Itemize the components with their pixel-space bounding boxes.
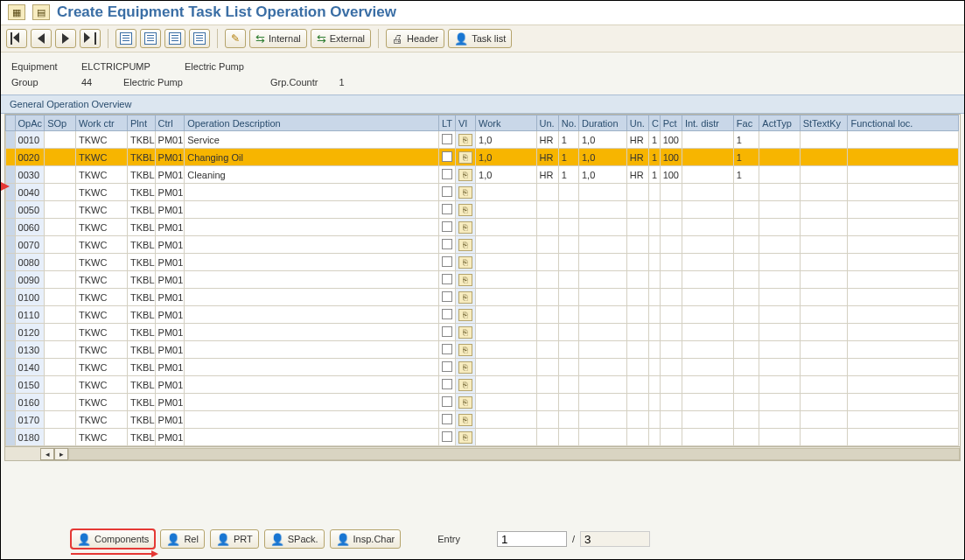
cell-stk[interactable]	[800, 324, 848, 341]
cell-lt[interactable]	[438, 254, 455, 271]
cell-stk[interactable]	[800, 201, 848, 219]
cell-pct[interactable]	[660, 306, 682, 324]
cell-plnt[interactable]: TKBL	[127, 324, 155, 341]
new-row-button[interactable]	[115, 29, 136, 48]
cell-plnt[interactable]: TKBL	[127, 376, 155, 394]
cell-lt[interactable]	[438, 359, 455, 376]
cell-dur[interactable]	[578, 359, 626, 376]
list-button[interactable]	[189, 29, 210, 48]
col-ctrl[interactable]: Ctrl	[155, 116, 185, 131]
cell-c[interactable]: 1	[649, 149, 661, 166]
cell-int[interactable]	[682, 219, 733, 236]
cell-desc[interactable]	[185, 306, 439, 324]
checkbox-icon[interactable]	[442, 291, 452, 302]
cell-act[interactable]	[759, 131, 800, 149]
cell-opac[interactable]: 0160	[15, 394, 45, 411]
cell-stk[interactable]	[800, 289, 848, 306]
cell-vi[interactable]: ⎘	[455, 149, 475, 166]
cell-desc[interactable]	[185, 271, 439, 289]
table-row[interactable]: 0020TKWCTKBLPM01Changing Oil⎘1,0HR11,0HR…	[6, 149, 959, 166]
cell-pct[interactable]	[660, 184, 682, 201]
cell-sop[interactable]	[45, 324, 76, 341]
cell-desc[interactable]	[185, 376, 439, 394]
cell-act[interactable]	[759, 219, 800, 236]
cell-dur[interactable]: 1,0	[578, 131, 626, 149]
copy-row-button[interactable]	[140, 29, 161, 48]
cell-fac[interactable]	[733, 429, 759, 446]
cell-opac[interactable]: 0020	[15, 149, 45, 166]
cell-sop[interactable]	[45, 289, 76, 306]
cell-fl[interactable]	[848, 219, 959, 236]
cell-un[interactable]	[536, 411, 558, 429]
cell-plnt[interactable]: TKBL	[127, 166, 155, 184]
cell-un[interactable]	[536, 254, 558, 271]
cell-act[interactable]	[759, 324, 800, 341]
cell-fac[interactable]	[733, 324, 759, 341]
cell-act[interactable]	[759, 376, 800, 394]
row-selector[interactable]	[6, 376, 16, 394]
cell-no[interactable]	[558, 219, 578, 236]
cell-c[interactable]: 1	[649, 131, 661, 149]
cell-work[interactable]	[476, 376, 537, 394]
cell-wctr[interactable]: TKWC	[76, 219, 128, 236]
cell-no[interactable]: 1	[558, 166, 578, 184]
cell-fl[interactable]	[848, 184, 959, 201]
cell-ctrl[interactable]: PM01	[155, 411, 185, 429]
cell-no[interactable]	[558, 324, 578, 341]
cell-plnt[interactable]: TKBL	[127, 341, 155, 359]
cell-ctrl[interactable]: PM01	[155, 166, 185, 184]
cell-pct[interactable]	[660, 411, 682, 429]
cell-lt[interactable]	[438, 289, 455, 306]
cell-pct[interactable]	[660, 429, 682, 446]
cell-vi[interactable]: ⎘	[455, 376, 475, 394]
cell-opac[interactable]: 0040	[15, 184, 45, 201]
cell-fl[interactable]	[848, 271, 959, 289]
cell-un[interactable]	[536, 289, 558, 306]
cell-ctrl[interactable]: PM01	[155, 236, 185, 254]
table-row[interactable]: 0070TKWCTKBLPM01⎘	[6, 236, 959, 254]
cell-pct[interactable]: 100	[660, 166, 682, 184]
cell-un2[interactable]	[626, 271, 648, 289]
inspchar-button[interactable]: 👤Insp.Char	[330, 529, 402, 549]
cell-wctr[interactable]: TKWC	[76, 254, 128, 271]
cell-work[interactable]	[476, 394, 537, 411]
cell-work[interactable]	[476, 271, 537, 289]
cell-dur[interactable]	[578, 306, 626, 324]
cell-ctrl[interactable]: PM01	[155, 219, 185, 236]
detail-icon[interactable]: ⎘	[458, 204, 472, 216]
col-act[interactable]: ActTyp	[759, 116, 800, 131]
cell-fac[interactable]	[733, 376, 759, 394]
cell-pct[interactable]	[660, 289, 682, 306]
cell-sop[interactable]	[45, 341, 76, 359]
cell-pct[interactable]: 100	[660, 149, 682, 166]
cell-c[interactable]	[649, 289, 661, 306]
tasklist-button[interactable]: 👤Task list	[448, 29, 512, 48]
cell-stk[interactable]	[800, 149, 848, 166]
cell-sop[interactable]	[45, 394, 76, 411]
col-fl[interactable]: Functional loc.	[848, 116, 959, 131]
detail-icon[interactable]: ⎘	[458, 221, 472, 234]
cell-no[interactable]	[558, 236, 578, 254]
cell-desc[interactable]: Service	[185, 131, 439, 149]
cell-un2[interactable]: HR	[626, 166, 648, 184]
cell-pct[interactable]	[660, 324, 682, 341]
cell-fac[interactable]	[733, 201, 759, 219]
header-button[interactable]: 🖨Header	[386, 29, 444, 48]
checkbox-icon[interactable]	[442, 186, 452, 197]
cell-lt[interactable]	[438, 131, 455, 149]
row-selector[interactable]	[6, 324, 16, 341]
cell-no[interactable]	[558, 429, 578, 446]
cell-dur[interactable]	[578, 376, 626, 394]
cell-un2[interactable]	[626, 376, 648, 394]
checkbox-icon[interactable]	[442, 396, 452, 407]
cell-plnt[interactable]: TKBL	[127, 271, 155, 289]
cell-work[interactable]	[476, 289, 537, 306]
cell-desc[interactable]	[185, 219, 439, 236]
cell-plnt[interactable]: TKBL	[127, 359, 155, 376]
overview-icon-1[interactable]: ▦	[8, 4, 25, 20]
components-button[interactable]: 👤Components	[71, 529, 155, 549]
cell-stk[interactable]	[800, 306, 848, 324]
cell-vi[interactable]: ⎘	[455, 184, 475, 201]
cell-no[interactable]	[558, 289, 578, 306]
cell-pct[interactable]	[660, 254, 682, 271]
